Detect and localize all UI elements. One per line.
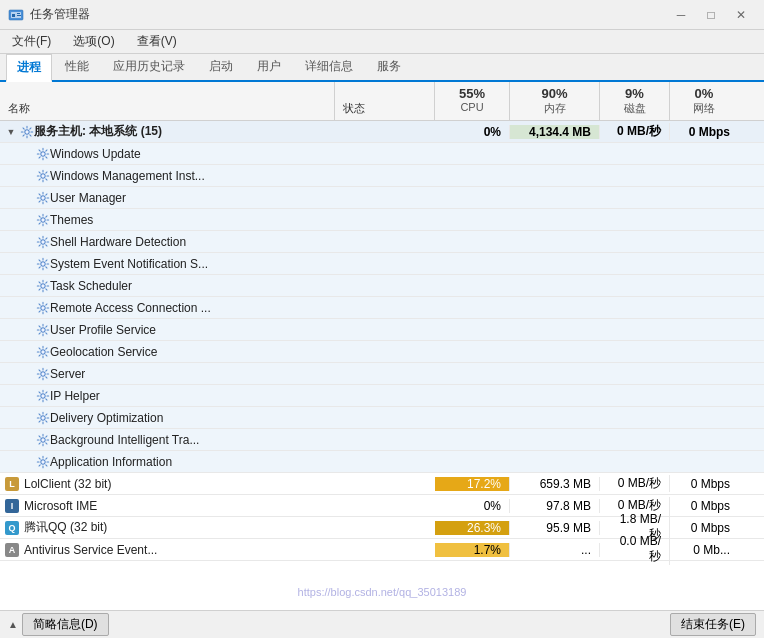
cell-name: I Microsoft IME [0,498,335,514]
svg-point-19 [41,437,45,441]
cell-name: A Antivirus Service Event... [0,542,335,558]
col-name-header[interactable]: 名称 [0,82,335,120]
table-row[interactable]: Shell Hardware Detection [0,231,764,253]
title-bar: 任务管理器 ─ □ ✕ [0,0,764,30]
cell-name: Task Scheduler [0,279,335,293]
tab-process[interactable]: 进程 [6,54,52,82]
maximize-button[interactable]: □ [696,0,726,30]
table-row[interactable]: A Antivirus Service Event... 1.7% ... 0.… [0,539,764,561]
svg-point-11 [41,261,45,265]
table-row[interactable]: User Profile Service [0,319,764,341]
tab-users[interactable]: 用户 [246,53,292,80]
svg-point-13 [41,305,45,309]
tab-performance[interactable]: 性能 [54,53,100,80]
cell-name: Q 腾讯QQ (32 bit) [0,519,335,536]
cell-net: 0 Mbps [670,499,738,513]
cell-name: Geolocation Service [0,345,335,359]
cell-mem: 659.3 MB [510,477,600,491]
col-cpu-header[interactable]: 55% CPU [435,82,510,120]
tab-details[interactable]: 详细信息 [294,53,364,80]
col-disk-header[interactable]: 9% 磁盘 [600,82,670,120]
cell-disk: 0 MB/秒 [600,475,670,492]
svg-point-17 [41,393,45,397]
process-icon: L [4,476,20,492]
menu-options[interactable]: 选项(O) [67,31,120,52]
cell-cpu: 17.2% [435,477,510,491]
cell-mem: 95.9 MB [510,521,600,535]
table-row[interactable]: Themes [0,209,764,231]
menu-view[interactable]: 查看(V) [131,31,183,52]
cell-mem: 97.8 MB [510,499,600,513]
cell-name: ▼ 服务主机: 本地系统 (15) [0,123,335,140]
cell-cpu: 26.3% [435,521,510,535]
col-net-header[interactable]: 0% 网络 [670,82,738,120]
title-bar-controls: ─ □ ✕ [666,0,756,30]
svg-point-15 [41,349,45,353]
cell-name: Delivery Optimization [0,411,335,425]
cell-name: System Event Notification S... [0,257,335,271]
app-icon [8,7,24,23]
column-headers: 名称 状态 55% CPU 90% 内存 9% 磁盘 0% 网络 [0,82,764,121]
cell-name: Windows Management Inst... [0,169,335,183]
cell-mem: 4,134.4 MB [510,125,600,139]
table-row[interactable]: System Event Notification S... [0,253,764,275]
tab-services[interactable]: 服务 [366,53,412,80]
tab-bar: 进程 性能 应用历史记录 启动 用户 详细信息 服务 [0,54,764,82]
minimize-button[interactable]: ─ [666,0,696,30]
cell-cpu: 1.7% [435,543,510,557]
cell-name: Windows Update [0,147,335,161]
svg-point-5 [25,129,29,133]
table-row[interactable]: IP Helper [0,385,764,407]
expand-icon[interactable]: ▼ [4,125,18,139]
cell-net: 0 Mbps [670,125,738,139]
process-icon: Q [4,520,20,536]
svg-point-9 [41,217,45,221]
table-row[interactable]: Delivery Optimization [0,407,764,429]
svg-point-14 [41,327,45,331]
cell-name: Background Intelligent Tra... [0,433,335,447]
table-row[interactable]: Geolocation Service [0,341,764,363]
table-row[interactable]: Server [0,363,764,385]
col-status-header[interactable]: 状态 [335,82,435,120]
col-mem-header[interactable]: 90% 内存 [510,82,600,120]
process-rows-container: ▼ 服务主机: 本地系统 (15) 0% 4,134.4 MB 0 MB/秒 0… [0,121,764,561]
table-row[interactable]: ▼ 服务主机: 本地系统 (15) 0% 4,134.4 MB 0 MB/秒 0… [0,121,764,143]
table-row[interactable]: Windows Management Inst... [0,165,764,187]
process-icon: A [4,542,20,558]
cell-name: L LolClient (32 bit) [0,476,335,492]
process-icon: I [4,498,20,514]
close-button[interactable]: ✕ [726,0,756,30]
table-row[interactable]: Windows Update [0,143,764,165]
table-row[interactable]: Application Information [0,451,764,473]
cell-name: Themes [0,213,335,227]
cell-name: User Profile Service [0,323,335,337]
cell-name: Shell Hardware Detection [0,235,335,249]
table-row[interactable]: Task Scheduler [0,275,764,297]
window-title: 任务管理器 [30,6,90,23]
svg-point-7 [41,173,45,177]
table-row[interactable]: Remote Access Connection ... [0,297,764,319]
toggle-detail-button[interactable]: 简略信息(D) [22,613,109,636]
menu-bar: 文件(F) 选项(O) 查看(V) [0,30,764,54]
svg-point-8 [41,195,45,199]
svg-point-6 [41,151,45,155]
table-row[interactable]: Background Intelligent Tra... [0,429,764,451]
svg-rect-4 [17,15,21,16]
tab-app-history[interactable]: 应用历史记录 [102,53,196,80]
table-row[interactable]: L LolClient (32 bit) 17.2% 659.3 MB 0 MB… [0,473,764,495]
cell-name: Remote Access Connection ... [0,301,335,315]
end-task-button[interactable]: 结束任务(E) [670,613,756,636]
svg-point-18 [41,415,45,419]
cell-cpu: 0% [435,499,510,513]
menu-file[interactable]: 文件(F) [6,31,57,52]
table-row[interactable]: User Manager [0,187,764,209]
cell-cpu: 0% [435,125,510,139]
svg-point-16 [41,371,45,375]
tab-startup[interactable]: 启动 [198,53,244,80]
svg-point-20 [41,459,45,463]
cell-net: 0 Mbps [670,477,738,491]
status-bar: ▲ 简略信息(D) 结束任务(E) [0,610,764,638]
chevron-down-icon: ▲ [8,619,18,630]
process-list[interactable]: 名称 状态 55% CPU 90% 内存 9% 磁盘 0% 网络 [0,82,764,610]
svg-point-10 [41,239,45,243]
